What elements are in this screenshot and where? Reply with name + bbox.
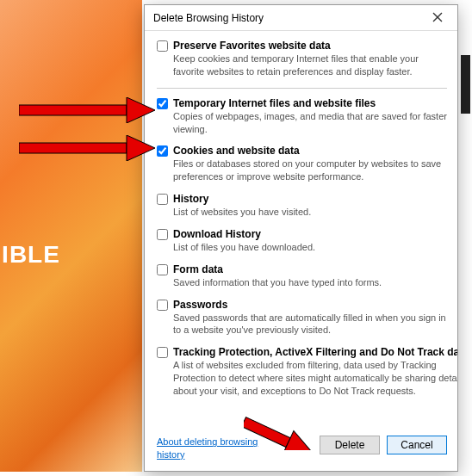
option-label: Passwords [173,299,447,311]
option-temp-files: Temporary Internet files and website fil… [157,97,447,136]
option-desc: Copies of webpages, images, and media th… [173,110,447,136]
option-cookies: Cookies and website data Files or databa… [157,145,447,183]
dialog-footer: About deleting browsing history Delete C… [145,429,457,471]
checkbox-preserve-favorites[interactable] [157,40,168,52]
option-form-data: Form data Saved information that you hav… [157,263,447,289]
option-desc: A list of websites excluded from filteri… [173,359,457,398]
dialog-title: Delete Browsing History [153,12,264,24]
option-tracking-protection: Tracking Protection, ActiveX Filtering a… [157,346,447,398]
option-label: Preserve Favorites website data [173,40,447,52]
option-desc: List of websites you have visited. [173,206,447,219]
delete-button[interactable]: Delete [320,436,380,454]
option-desc: Saved information that you have typed in… [173,276,447,289]
option-label: Form data [173,263,447,275]
option-desc: Saved passwords that are automatically f… [173,312,447,337]
checkbox-temp-files[interactable] [157,98,168,109]
option-label: Cookies and website data [173,145,447,157]
option-download-history: Download History List of files you have … [157,228,447,254]
divider [157,88,447,89]
option-label: Download History [173,228,447,240]
checkbox-passwords[interactable] [157,300,168,311]
cancel-button[interactable]: Cancel [387,436,447,454]
option-preserve-favorites: Preserve Favorites website data Keep coo… [157,40,447,78]
option-label: Temporary Internet files and website fil… [173,97,447,109]
option-label: Tracking Protection, ActiveX Filtering a… [173,346,457,358]
checkbox-download-history[interactable] [157,229,168,240]
checkbox-history[interactable] [157,194,168,205]
checkbox-tracking-protection[interactable] [157,347,168,358]
option-desc: Files or databases stored on your comput… [173,158,447,183]
dialog-content: Preserve Favorites website data Keep coo… [145,31,457,429]
option-passwords: Passwords Saved passwords that are autom… [157,299,447,337]
checkbox-form-data[interactable] [157,264,168,275]
option-label: History [173,193,447,205]
right-cropped-text [459,0,472,476]
option-desc: List of files you have downloaded. [173,241,447,254]
delete-browsing-history-dialog: Delete Browsing History Preserve Favorit… [144,4,458,472]
checkbox-cookies[interactable] [157,145,168,157]
option-desc: Keep cookies and temporary Internet file… [173,53,447,78]
background-image: REDIBLE [0,0,142,472]
titlebar: Delete Browsing History [145,5,457,31]
background-text: REDIBLE [0,241,60,269]
about-link[interactable]: About deleting browsing history [157,436,269,461]
option-history: History List of websites you have visite… [157,193,447,219]
close-icon[interactable] [425,10,450,25]
